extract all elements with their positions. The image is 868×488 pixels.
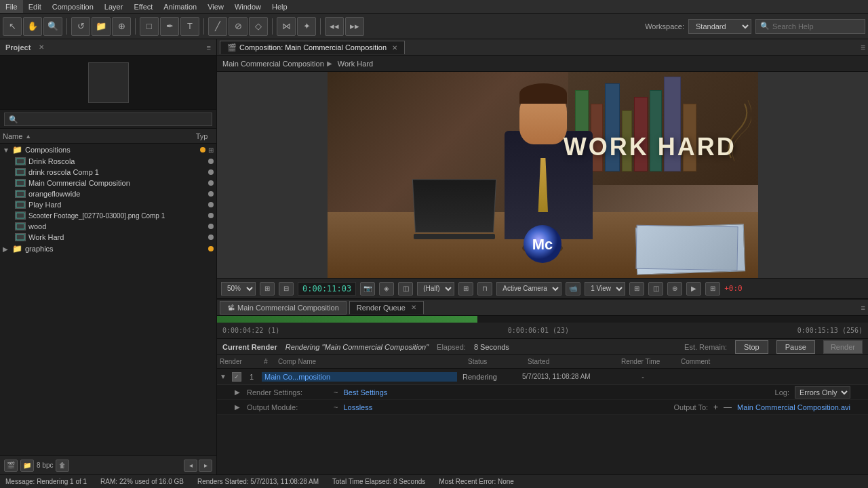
grid-btn[interactable]: ⊞: [458, 282, 473, 296]
transparency-btn[interactable]: ◈: [379, 282, 394, 296]
preview-btn[interactable]: ⊞: [705, 282, 720, 296]
right-panel: 🎬 Composition: Main Commercial Compositi…: [217, 39, 868, 474]
scroll-right[interactable]: ▸: [199, 460, 212, 472]
list-item[interactable]: Play Hard: [0, 199, 216, 210]
view-select[interactable]: 1 View: [585, 282, 625, 296]
item-checkbox[interactable]: ✓: [232, 372, 241, 382]
folder-icon-graphics: 📁: [12, 244, 22, 253]
render-preview-btn[interactable]: ▶: [686, 282, 701, 296]
item-toggle[interactable]: ▼: [220, 373, 226, 380]
output-file[interactable]: Main Commercial Composition.avi: [737, 403, 850, 411]
camera-select[interactable]: Active Camera: [496, 282, 561, 296]
new-comp-btn[interactable]: 🎬: [4, 460, 18, 472]
list-item[interactable]: orangeflowwide: [0, 188, 216, 199]
view-btn[interactable]: ⊞: [629, 282, 644, 296]
item-comp-name[interactable]: Main Co...mposition: [262, 372, 457, 382]
menu-composition[interactable]: Composition: [47, 0, 99, 13]
col-comment: Comment: [681, 358, 865, 365]
zoom-tool[interactable]: 🔍: [43, 17, 62, 36]
folder-toggle[interactable]: ▼: [3, 146, 9, 154]
region-btn[interactable]: ◫: [398, 282, 413, 296]
output-add-btn[interactable]: +: [713, 403, 718, 412]
log-select[interactable]: Errors Only: [795, 386, 850, 399]
list-item[interactable]: Main Commercial Composition: [0, 178, 216, 188]
project-panel-menu[interactable]: ≡: [207, 43, 211, 52]
folder-graphics[interactable]: ▶ 📁 graphics: [0, 243, 216, 255]
svg-rect-2: [16, 180, 24, 186]
eraser-tool[interactable]: ◇: [249, 17, 268, 36]
pixel-aspect-btn[interactable]: ⊟: [279, 282, 294, 296]
item-render-time: -: [616, 373, 670, 381]
list-item[interactable]: wood: [0, 221, 216, 232]
timecode-display[interactable]: 0:00:11:03: [298, 282, 356, 296]
search-input[interactable]: [772, 22, 861, 30]
project-panel-close[interactable]: ✕: [39, 43, 44, 51]
workspace-select[interactable]: Standard: [688, 19, 751, 34]
clone-tool[interactable]: ⊘: [229, 17, 248, 36]
trash-btn[interactable]: 🗑: [56, 460, 69, 472]
text-tool[interactable]: T: [180, 17, 199, 36]
menu-window[interactable]: Window: [229, 0, 267, 13]
stop-button[interactable]: Stop: [735, 340, 768, 354]
render-item-row[interactable]: ▼ ✓ 1 Main Co...mposition Rendering 5/7/…: [217, 369, 868, 385]
rotate-tool[interactable]: ↺: [71, 17, 90, 36]
tab-render-queue[interactable]: Render Queue ✕: [349, 301, 424, 314]
mask-btn[interactable]: ⊓: [477, 282, 492, 296]
folder-compositions[interactable]: ▼ 📁 Compositions ⊞: [0, 144, 216, 156]
nav-main-comp[interactable]: Main Commercial Composition ▶: [222, 60, 332, 68]
render-settings-value[interactable]: Best Settings: [343, 388, 387, 396]
output-add-btn-2[interactable]: —: [724, 403, 732, 412]
target-tool[interactable]: ⊕: [112, 17, 131, 36]
prev-frame[interactable]: ◂◂: [325, 17, 344, 36]
3d-btn[interactable]: ⊕: [667, 282, 682, 296]
list-item[interactable]: Scooter Footage_[02770-03000].png Comp 1: [0, 210, 216, 221]
hand-tool[interactable]: ✋: [23, 17, 42, 36]
menu-edit[interactable]: Edit: [23, 0, 47, 13]
comp-tab-menu[interactable]: ≡: [861, 43, 865, 52]
roto-tool[interactable]: ⋈: [277, 17, 296, 36]
quality-select[interactable]: (Half): [417, 282, 454, 296]
output-module-toggle[interactable]: ▶: [235, 403, 241, 411]
fit-btn[interactable]: ⊞: [260, 282, 275, 296]
menu-layer[interactable]: Layer: [99, 0, 129, 13]
brush-tool[interactable]: ╱: [208, 17, 227, 36]
render-settings-tilde: ~: [334, 388, 338, 396]
camera-btn[interactable]: 📹: [566, 282, 580, 296]
selection-tool[interactable]: ↖: [3, 17, 22, 36]
tab-composition[interactable]: 🎬 Composition: Main Commercial Compositi…: [220, 41, 405, 54]
puppet-tool[interactable]: ✦: [297, 17, 316, 36]
pause-button[interactable]: Pause: [776, 340, 815, 354]
comp-icon: [15, 179, 26, 187]
project-search-input[interactable]: [4, 113, 212, 126]
rq-panel-menu[interactable]: ≡: [861, 304, 865, 312]
item-label: orangeflowwide: [28, 190, 205, 198]
menu-help[interactable]: Help: [267, 0, 293, 13]
scroll-left[interactable]: ◂: [184, 460, 197, 472]
next-frame[interactable]: ▸▸: [345, 17, 364, 36]
stereo-btn[interactable]: ◫: [648, 282, 663, 296]
list-item[interactable]: Drink Roscola: [0, 156, 216, 167]
menu-view[interactable]: View: [202, 0, 229, 13]
folder-tool[interactable]: 📁: [92, 17, 111, 36]
pen-tool[interactable]: ✒: [160, 17, 179, 36]
tab-comp-close[interactable]: ✕: [392, 44, 397, 52]
tab-main-comp[interactable]: 📽 Main Commercial Composition: [220, 301, 347, 314]
list-item[interactable]: Work Hard: [0, 232, 216, 243]
render-settings-toggle[interactable]: ▶: [235, 388, 241, 396]
output-module-value[interactable]: Lossless: [343, 403, 372, 411]
new-folder-btn[interactable]: 📁: [20, 460, 34, 472]
menu-effect[interactable]: Effect: [128, 0, 158, 13]
zoom-select[interactable]: 50%: [221, 282, 256, 296]
menu-file[interactable]: File: [0, 0, 23, 13]
render-button[interactable]: Render: [823, 340, 863, 354]
nav-work-hard[interactable]: Work Hard: [338, 60, 373, 68]
sort-arrow: ▲: [25, 133, 31, 140]
folder-toggle-graphics[interactable]: ▶: [3, 245, 9, 253]
folder-expand-btn[interactable]: ⊞: [208, 146, 214, 154]
col-render: Render: [220, 358, 254, 365]
snapshot-btn[interactable]: 📷: [360, 282, 375, 296]
list-item[interactable]: drink roscola Comp 1: [0, 167, 216, 178]
rect-tool[interactable]: □: [140, 17, 159, 36]
rq-tab-close[interactable]: ✕: [411, 304, 416, 311]
menu-animation[interactable]: Animation: [158, 0, 202, 13]
